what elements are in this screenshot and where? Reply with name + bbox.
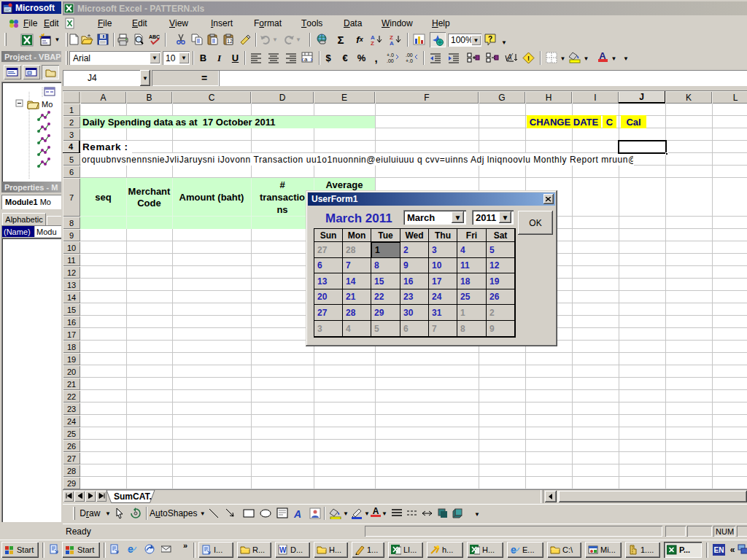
svg-text:Z: Z [371,40,374,46]
svg-text:A: A [293,508,301,519]
svg-text:W: W [279,546,287,554]
svg-text:!: ! [527,55,530,62]
svg-text:+.0: +.0 [387,52,394,58]
svg-text:.00: .00 [406,52,413,58]
svg-text:A: A [506,53,512,61]
svg-text:?: ? [488,35,492,43]
svg-text:.00: .00 [387,58,394,63]
svg-text:12: 12 [227,39,233,44]
svg-text:a: a [304,56,308,63]
svg-text:e: e [511,545,516,555]
svg-text:A: A [390,40,394,46]
svg-text:+.0: +.0 [406,58,413,63]
svg-text:e: e [128,544,133,554]
